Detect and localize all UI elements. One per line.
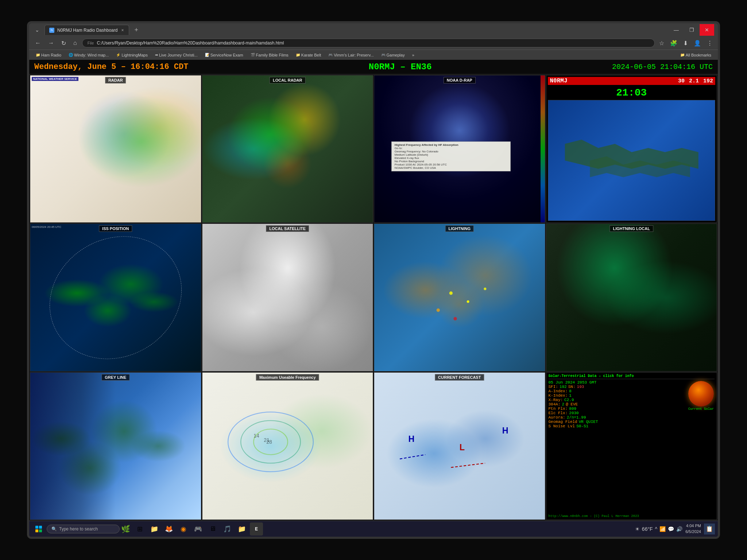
close-button[interactable]: ✕ bbox=[700, 24, 714, 36]
lightning-label: LIGHTNING bbox=[445, 225, 474, 232]
solar-geomag-value: VR QUIET bbox=[579, 420, 598, 424]
local-sat-label: LOCAL SATELLITE bbox=[266, 225, 309, 232]
taskbar-icon-steam[interactable]: 🎮 bbox=[191, 522, 205, 536]
bookmark-lightning[interactable]: ⚡ LightningMaps bbox=[113, 52, 151, 58]
solar-sn-value: 193 bbox=[577, 385, 584, 389]
lightning-local-panel[interactable]: LIGHTNING LOCAL bbox=[546, 223, 717, 371]
bookmark-label: Family Bible Films bbox=[256, 53, 289, 57]
nws-label: NATIONAL WEATHER SERVICE bbox=[32, 77, 78, 81]
taskbar-icon-task-view[interactable]: ⊞ bbox=[133, 522, 146, 536]
browser-chrome: ⌄ N N0RMJ Ham Radio Dashboard × + — ❐ ✕ … bbox=[29, 23, 718, 60]
bookmark-windy[interactable]: 🌐 Windy: Wind map... bbox=[66, 52, 112, 58]
svg-line-14 bbox=[400, 455, 425, 459]
n0rmj-callsign: N0RMJ bbox=[550, 78, 568, 84]
taskbar-icons: ⊞ 📁 🦊 ◉ 🎮 🖥 🎵 📁 E bbox=[133, 522, 263, 536]
dash-header: Wednesday, June 5 – 16:04:16 CDT N0RMJ –… bbox=[29, 60, 718, 74]
start-cell-3 bbox=[35, 529, 38, 532]
taskbar-icon-monitor[interactable]: 🖥 bbox=[206, 522, 219, 536]
tab-close-button[interactable]: × bbox=[120, 28, 124, 33]
radar-panel[interactable]: NATIONAL WEATHER SERVICE RADAR bbox=[30, 75, 201, 223]
window-menu-button[interactable]: ⌄ bbox=[33, 26, 42, 34]
browser-tab[interactable]: N N0RMJ Ham Radio Dashboard × bbox=[44, 25, 129, 35]
bookmark-star-button[interactable]: ☆ bbox=[658, 39, 666, 47]
refresh-button[interactable]: ↻ bbox=[59, 39, 68, 47]
start-button[interactable] bbox=[32, 522, 45, 536]
svg-text:L: L bbox=[460, 443, 465, 452]
bookmark-all[interactable]: 📁 All Bookmarks bbox=[677, 52, 714, 58]
clock-display[interactable]: 4:04 PM 6/5/2024 bbox=[685, 523, 701, 534]
download-button[interactable]: ⬇ bbox=[682, 39, 689, 47]
solar-panel[interactable]: Solar-Terrestrial Data – click for info … bbox=[546, 372, 717, 520]
bookmark-servicenow[interactable]: 📝 ServiceNow Exam bbox=[202, 52, 246, 58]
start-cell-4 bbox=[39, 529, 42, 532]
film-icon: 🎬 bbox=[251, 53, 255, 57]
menu-button[interactable]: ⋮ bbox=[705, 39, 714, 47]
bookmark-label: Gameplay bbox=[387, 53, 405, 57]
bookmark-gameplay[interactable]: 🎮 Gameplay bbox=[378, 52, 408, 58]
taskbar-icon-music[interactable]: 🎵 bbox=[221, 522, 234, 536]
more-label: » bbox=[412, 53, 414, 57]
local-time-display: Wednesday, June 5 – 16:04:16 CDT bbox=[34, 62, 188, 71]
bookmark-vimm[interactable]: 🎮 Vimm's Lair: Preserv... bbox=[325, 52, 376, 58]
local-sat-panel[interactable]: LOCAL SATELLITE bbox=[202, 223, 374, 371]
extensions-button[interactable]: 🧩 bbox=[669, 39, 679, 47]
clock-date: 6/5/2024 bbox=[685, 529, 701, 534]
bookmark-more[interactable]: » bbox=[409, 52, 417, 58]
taskbar-icon-folder[interactable]: 📁 bbox=[235, 522, 248, 536]
bookmark-label: All Bookmarks bbox=[686, 53, 711, 57]
n0rmj-time: 21:03 bbox=[548, 86, 716, 100]
network-icon: ^ bbox=[655, 526, 658, 532]
browser-icons: ☆ 🧩 ⬇ 👤 ⋮ bbox=[658, 39, 714, 47]
forecast-panel[interactable]: H L H CURRENT FORECAST bbox=[374, 372, 545, 520]
svg-text:28: 28 bbox=[266, 439, 272, 444]
solar-sn-label: SN: bbox=[568, 385, 576, 389]
callsign-display: N0RMJ – EN36 bbox=[369, 62, 432, 72]
start-cell-2 bbox=[39, 526, 42, 529]
notification-button[interactable]: 📋 bbox=[704, 524, 715, 534]
greyline-panel[interactable]: GREY LINE bbox=[30, 372, 201, 520]
solar-geomag-row: Geomag Field VR QUIET bbox=[549, 420, 688, 424]
forward-button[interactable]: → bbox=[46, 39, 56, 47]
n0rmj-stats: 30 2.1 192 bbox=[678, 78, 713, 84]
back-button[interactable]: ← bbox=[33, 39, 43, 47]
address-bar[interactable]: File C:/Users/Ryan/Desktop/Ham%20Radio/H… bbox=[82, 39, 655, 47]
bookmarks-bar: 📁 Ham Radio 🌐 Windy: Wind map... ⚡ Light… bbox=[29, 50, 718, 60]
sat-clouds bbox=[202, 224, 373, 371]
home-button[interactable]: ⌂ bbox=[71, 39, 79, 47]
lightning-panel[interactable]: LIGHTNING bbox=[374, 223, 545, 371]
n0rmj-stat3: 192 bbox=[703, 78, 713, 84]
solar-sfi-row: SFI: 192 SN: 193 bbox=[549, 385, 688, 389]
restore-button[interactable]: ❐ bbox=[684, 24, 699, 36]
taskbar-search[interactable]: 🔍 Type here to search bbox=[47, 525, 120, 533]
local-radar-panel[interactable]: LOCAL RADAR bbox=[202, 75, 374, 223]
minimize-button[interactable]: — bbox=[669, 24, 684, 36]
bookmark-live-journey[interactable]: ➡ Live Journey Christi... bbox=[152, 52, 201, 58]
muf-panel[interactable]: 14 21 28 Maximum Useable Frequency bbox=[202, 372, 374, 520]
windy-icon: 🌐 bbox=[69, 53, 73, 57]
taskbar-icon-epic[interactable]: E bbox=[250, 522, 263, 536]
title-bar: ⌄ N N0RMJ Ham Radio Dashboard × + — ❐ ✕ bbox=[29, 23, 718, 36]
noaa-drap-panel[interactable]: NOAA D-RAP Highest Frequency Affected by… bbox=[374, 75, 545, 223]
taskbar-icon-chrome[interactable]: ◉ bbox=[177, 522, 190, 536]
solar-elc-row: Elc Flx: 2030 bbox=[549, 411, 688, 415]
new-tab-button[interactable]: + bbox=[132, 26, 140, 34]
bookmark-ham-radio[interactable]: 📁 Ham Radio bbox=[33, 52, 64, 58]
solar-xray-label: X-Ray: bbox=[549, 398, 563, 402]
taskbar-icon-files[interactable]: 📁 bbox=[148, 522, 161, 536]
iss-date: 06/05/2024 20:45 UTC bbox=[32, 225, 61, 229]
profile-button[interactable]: 👤 bbox=[692, 39, 703, 47]
servicenow-icon: 📝 bbox=[205, 53, 209, 57]
bookmark-karate[interactable]: 📁 Karate Belt bbox=[293, 52, 324, 58]
forecast-svg: H L H bbox=[374, 373, 545, 520]
weather-icon: ☀ bbox=[635, 526, 640, 532]
local-radar-label: LOCAL RADAR bbox=[270, 77, 305, 83]
solar-aindex-row: A-Index: 8 bbox=[549, 389, 688, 393]
solar-ptn-label: Ptn Flx: bbox=[549, 407, 568, 411]
n0rmj-panel[interactable]: N0RMJ 30 2.1 192 21:03 bbox=[546, 75, 717, 223]
taskbar-icon-browser[interactable]: 🦊 bbox=[162, 522, 175, 536]
bookmark-bible-films[interactable]: 🎬 Family Bible Films bbox=[248, 52, 291, 58]
n0rmj-stat2: 2.1 bbox=[689, 78, 699, 84]
solar-geomag-label: Geomag Field bbox=[549, 420, 577, 424]
iss-panel[interactable]: 06/05/2024 20:45 UTC ISS POSITION bbox=[30, 223, 201, 371]
muf-svg: 14 21 28 bbox=[202, 373, 373, 520]
